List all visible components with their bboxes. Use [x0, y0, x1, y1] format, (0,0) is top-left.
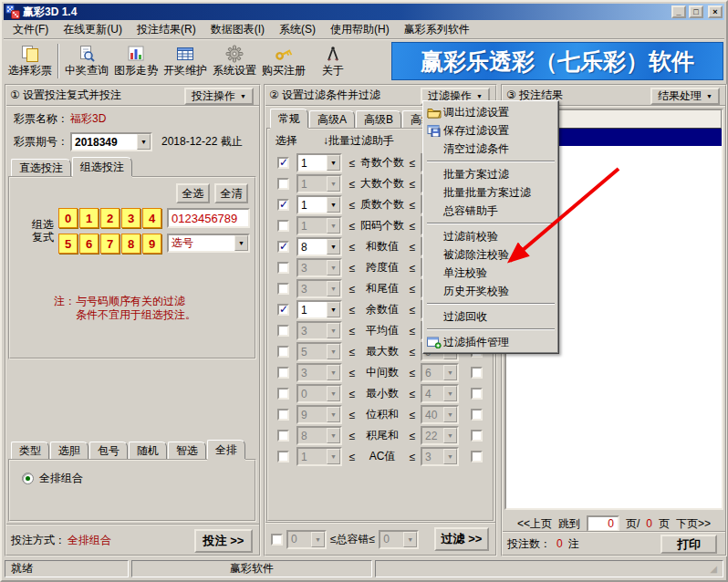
digit-button-1[interactable]: 1 — [79, 208, 99, 228]
filter-row-checkbox[interactable] — [277, 325, 289, 337]
bet-method-tabs-0[interactable]: 类型 — [11, 442, 49, 459]
chart-trend-button[interactable]: 图形走势 — [111, 42, 161, 80]
menu-item-pre-filter-check[interactable]: 过滤前校验 — [425, 227, 556, 245]
filter-button[interactable]: 过滤 >> — [434, 527, 489, 551]
about-button[interactable]: 关于 — [308, 42, 358, 80]
filter-row-checkbox[interactable] — [277, 367, 289, 379]
filter-row-checkbox[interactable] — [277, 262, 289, 274]
filter-row-right-checkbox[interactable] — [471, 388, 483, 400]
filter-tabs-0[interactable]: 常规 — [270, 109, 308, 128]
maximize-button[interactable]: □ — [689, 5, 703, 18]
min-value-combobox[interactable]: 3▼ — [296, 258, 342, 277]
menubar-item-3[interactable]: 数据图表(I) — [203, 21, 272, 37]
filter-row-checkbox[interactable] — [277, 304, 289, 316]
digit-button-9[interactable]: 9 — [142, 234, 161, 254]
digit-button-5[interactable]: 5 — [58, 234, 78, 254]
chevron-down-icon[interactable]: ▼ — [234, 235, 248, 251]
menu-item-load-filter-settings[interactable]: 调出过滤设置 — [425, 103, 556, 121]
filter-row-checkbox[interactable] — [277, 157, 289, 169]
select-all-button[interactable]: 全选 — [176, 183, 210, 203]
menu-item-single-bet-check[interactable]: 单注校验 — [425, 264, 556, 282]
filter-tabs-2[interactable]: 高级B — [356, 110, 401, 128]
prize-query-button[interactable]: 中奖查询 — [62, 42, 111, 80]
max-value-combobox[interactable]: 3▼ — [421, 447, 459, 466]
bet-method-tabs-2[interactable]: 包号 — [89, 442, 128, 459]
min-value-combobox[interactable]: 1▼ — [296, 447, 342, 466]
radio-button[interactable] — [22, 473, 34, 484]
tolerance-min-combobox[interactable]: 0▼ — [286, 530, 327, 549]
filter-tabs-1[interactable]: 高级A — [309, 110, 355, 128]
close-button[interactable]: × — [708, 5, 723, 18]
menubar-item-0[interactable]: 文件(F) — [5, 21, 56, 37]
filter-row-checkbox[interactable] — [277, 199, 289, 211]
bet-method-tabs-3[interactable]: 随机 — [129, 442, 167, 459]
bet-method-tabs-4[interactable]: 智选 — [168, 442, 206, 459]
filter-row-checkbox[interactable] — [277, 178, 289, 190]
digit-button-8[interactable]: 8 — [121, 234, 140, 254]
system-settings-button[interactable]: 系统设置 — [210, 42, 259, 80]
min-value-combobox[interactable]: 8▼ — [296, 237, 342, 256]
menubar-item-4[interactable]: 系统(S) — [272, 21, 323, 37]
menu-item-batch-plan-filter[interactable]: 批量方案过滤 — [425, 165, 556, 183]
max-value-combobox[interactable]: 6▼ — [421, 363, 459, 382]
menu-item-tolerance-helper[interactable]: 总容错助手 — [425, 202, 556, 220]
min-value-combobox[interactable]: 3▼ — [296, 279, 342, 298]
digit-button-4[interactable]: 4 — [142, 208, 161, 228]
filter-row-checkbox[interactable] — [277, 451, 289, 462]
menu-item-filter-plugin-manager[interactable]: 过滤插件管理 — [425, 333, 556, 351]
print-button[interactable]: 打印 — [660, 535, 717, 554]
min-value-combobox[interactable]: 0▼ — [296, 384, 342, 403]
filter-row-checkbox[interactable] — [277, 430, 289, 442]
min-value-combobox[interactable]: 1▼ — [296, 300, 342, 319]
digit-button-3[interactable]: 3 — [121, 208, 140, 228]
filter-row-right-checkbox[interactable] — [471, 451, 483, 462]
clear-all-button[interactable]: 全清 — [214, 183, 248, 203]
min-value-combobox[interactable]: 3▼ — [296, 363, 342, 382]
bet-tabs-1[interactable]: 组选投注 — [72, 157, 132, 176]
digit-button-6[interactable]: 6 — [79, 234, 99, 254]
digit-button-7[interactable]: 7 — [100, 234, 120, 254]
min-value-combobox[interactable]: 1▼ — [296, 216, 342, 235]
pick-number-combobox[interactable]: 选号 ▼ — [167, 234, 250, 253]
filter-row-right-checkbox[interactable] — [471, 367, 483, 379]
tolerance-max-combobox[interactable]: 0▼ — [379, 530, 419, 549]
filter-row-right-checkbox[interactable] — [471, 430, 483, 442]
select-lottery-button[interactable]: 选择彩票 — [5, 42, 55, 80]
menu-item-batch-batch-plan-filter[interactable]: 批量批量方案过滤 — [425, 183, 556, 202]
min-value-combobox[interactable]: 5▼ — [296, 342, 342, 361]
min-value-combobox[interactable]: 9▼ — [296, 405, 342, 424]
full-perm-option[interactable]: 全排组合 — [22, 471, 83, 486]
page-input[interactable]: 0 — [587, 515, 619, 532]
purchase-register-button[interactable]: 购买注册 — [259, 42, 308, 80]
max-value-combobox[interactable]: 40▼ — [421, 405, 459, 424]
menu-item-save-filter-settings[interactable]: 保存过滤设置 — [425, 121, 556, 140]
result-operations-button[interactable]: 结果处理 ▼ — [650, 88, 720, 105]
filter-row-checkbox[interactable] — [277, 388, 289, 400]
menu-item-filter-recycle[interactable]: 过滤回收 — [425, 307, 556, 326]
min-value-combobox[interactable]: 1▼ — [296, 153, 342, 172]
min-value-combobox[interactable]: 8▼ — [296, 426, 342, 445]
filter-row-checkbox[interactable] — [277, 241, 289, 253]
draw-maintenance-button[interactable]: 开奖维护 — [161, 42, 210, 80]
min-value-combobox[interactable]: 3▼ — [296, 321, 342, 340]
filter-row-checkbox[interactable] — [277, 409, 289, 421]
bet-method-tabs-1[interactable]: 选胆 — [50, 442, 88, 459]
batch-filter-helper[interactable]: ↓批量过滤助手 — [323, 133, 394, 149]
min-value-combobox[interactable]: 1▼ — [296, 195, 342, 214]
digits-input[interactable]: 0123456789 — [167, 208, 250, 228]
menubar-item-6[interactable]: 赢彩系列软件 — [397, 21, 477, 37]
filter-row-checkbox[interactable] — [277, 283, 289, 295]
menubar-item-5[interactable]: 使用帮助(H) — [323, 21, 397, 37]
menu-item-filtered-out-check[interactable]: 被滤除注校验 — [425, 245, 556, 264]
filter-row-right-checkbox[interactable] — [471, 409, 483, 421]
filter-row-checkbox[interactable] — [277, 220, 289, 232]
chevron-down-icon[interactable]: ▼ — [137, 134, 151, 150]
digit-button-2[interactable]: 2 — [100, 208, 120, 228]
filter-row-checkbox[interactable] — [277, 346, 289, 358]
max-value-combobox[interactable]: 22▼ — [421, 426, 459, 445]
menu-item-history-draw-check[interactable]: 历史开奖校验 — [425, 282, 556, 300]
min-value-combobox[interactable]: 1▼ — [296, 174, 342, 193]
digit-button-0[interactable]: 0 — [58, 208, 78, 228]
minimize-button[interactable]: _ — [671, 5, 686, 18]
bet-tabs-0[interactable]: 直选投注 — [11, 159, 71, 176]
